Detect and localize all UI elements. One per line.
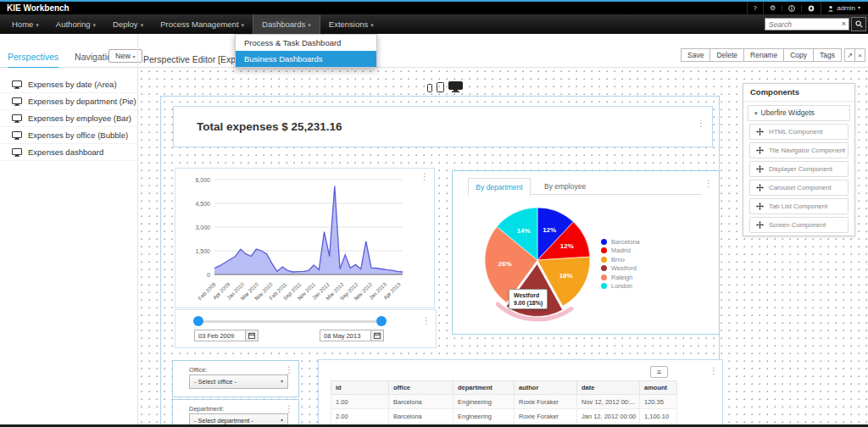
perspective-canvas: Total expenses $ 25,231.16 ⋮ 01,5003,000… <box>138 68 868 427</box>
date-from-input[interactable] <box>194 330 246 341</box>
date-slider-handle-start[interactable] <box>193 316 203 326</box>
legend-swatch <box>601 274 607 280</box>
menu-item-business-dashboards[interactable]: Business Dashboards <box>236 51 376 67</box>
user-menu[interactable]: admin ▾ <box>821 2 866 14</box>
search-area: × <box>765 17 866 31</box>
sidebar-item-expenses-by-office-bubble[interactable]: Expenses by office (Bubble) <box>0 127 137 144</box>
rename-button[interactable]: Rename <box>743 48 784 62</box>
pie-tab-by-department[interactable]: By department <box>468 178 531 197</box>
sidebar-item-expenses-by-employee-bar[interactable]: Expenses by employee (Bar) <box>0 110 137 127</box>
svg-text:0: 0 <box>207 272 210 278</box>
component-html-component[interactable]: HTML Component <box>749 124 849 140</box>
legend-item-westford: Westford <box>601 264 640 274</box>
phone-preview-icon[interactable] <box>427 84 432 92</box>
office-select[interactable]: - Select office - ▾ <box>189 374 288 389</box>
save-button[interactable]: Save <box>681 48 710 62</box>
component-tab-list-component[interactable]: Tab List Component <box>749 198 849 214</box>
nav-item-deploy[interactable]: Deploy▾ <box>104 14 152 34</box>
sidebar-item-expenses-by-department-pie[interactable]: Expenses by department (Pie) <box>0 93 137 110</box>
perspective-editor-title: Perspective Editor [Expen <box>143 54 246 64</box>
uberfire-widgets-group[interactable]: ▾Uberfire Widgets <box>748 105 850 121</box>
office-filter-label: Office: <box>189 366 208 374</box>
calendar-icon[interactable] <box>246 330 259 341</box>
chevron-down-icon: ▾ <box>133 54 136 59</box>
expenses-by-date-area-chart-card[interactable]: 01,5003,0004,5006,000Feb 2009Apr 2009Jan… <box>175 168 435 308</box>
components-panel-title: Components <box>743 84 854 102</box>
component-tile-navigator-component[interactable]: Tile Navigator Component <box>749 142 849 158</box>
area-chart: 01,5003,0004,5006,000Feb 2009Apr 2009Jan… <box>175 169 434 306</box>
table-row[interactable]: 1.00BarcelonaEngineeringRoxie ForakerNov… <box>331 395 677 409</box>
delete-button[interactable]: Delete <box>709 48 744 62</box>
component-carousel-component[interactable]: Carousel Component <box>749 180 849 196</box>
sidebar-item-expenses-by-date-area[interactable]: Expenses by date (Area) <box>0 76 137 93</box>
column-header-id[interactable]: id <box>331 381 389 395</box>
pie-legend: BarcelonaMadridBrnoWestfordRaleighLondon <box>601 237 640 291</box>
column-header-date[interactable]: date <box>577 381 640 395</box>
help-icon[interactable]: ? <box>747 2 763 14</box>
app-title: KIE Workbench <box>7 2 70 14</box>
legend-item-brno: Brno <box>601 255 640 264</box>
tab-perspectives[interactable]: Perspectives <box>8 52 58 69</box>
user-icon <box>827 5 834 12</box>
date-to-input[interactable] <box>320 330 371 341</box>
column-header-department[interactable]: department <box>453 381 515 395</box>
move-icon <box>756 165 764 173</box>
total-expenses-card[interactable]: Total expenses $ 25,231.16 ⋮ <box>173 106 713 147</box>
chevron-down-icon: ▾ <box>754 110 758 116</box>
copy-button[interactable]: Copy <box>783 48 814 62</box>
legend-swatch <box>601 257 607 263</box>
sidebar-item-expenses-dashboard[interactable]: Expenses dashboard <box>0 144 137 161</box>
move-icon <box>756 221 764 229</box>
tooltip-value: 9.00 (18%) <box>514 299 542 307</box>
kebab-menu-icon[interactable]: ⋮ <box>422 317 431 325</box>
move-icon <box>756 202 764 210</box>
expenses-table-card: ≡ ⋮ idofficedepartmentauthordateamount1.… <box>318 359 723 427</box>
legend-item-madrid: Madrid <box>601 247 640 256</box>
kebab-menu-icon[interactable]: ⋮ <box>285 366 293 374</box>
toolbar-divider <box>137 34 138 67</box>
column-header-author[interactable]: author <box>515 381 577 395</box>
expenses-table[interactable]: idofficedepartmentauthordateamount1.00Ba… <box>331 380 677 427</box>
table-row[interactable]: 2.00BarcelonaEngineeringRoxie ForakerJan… <box>331 409 677 424</box>
tooltip-title: Westford <box>514 291 542 299</box>
nav-item-process-management[interactable]: Process Management▾ <box>152 14 253 34</box>
apps-icon[interactable] <box>801 5 821 12</box>
search-input[interactable] <box>765 18 849 30</box>
desktop-preview-icon[interactable] <box>448 81 463 92</box>
column-header-office[interactable]: office <box>389 381 453 395</box>
kebab-menu-icon[interactable]: ⋮ <box>697 119 705 128</box>
legend-item-barcelona: Barcelona <box>601 237 640 247</box>
nav-item-home[interactable]: Home▾ <box>3 14 47 34</box>
main-nav-bar: Home▾Authoring▾Deploy▾Process Management… <box>0 14 868 34</box>
search-button[interactable] <box>851 17 866 31</box>
kie-workbench-screen: KIE Workbench ? ⚙ admin ▾ Home▾Authoring… <box>0 0 868 427</box>
component-screen-component[interactable]: Screen Component <box>749 217 849 233</box>
kebab-menu-icon[interactable]: ⋮ <box>709 367 718 375</box>
component-displayer-component[interactable]: Displayer Component <box>749 161 849 177</box>
monitor-icon <box>12 131 22 140</box>
clear-search-icon[interactable]: × <box>842 18 846 30</box>
kebab-menu-icon[interactable]: ⋮ <box>420 173 429 181</box>
close-icon[interactable]: × <box>854 48 865 62</box>
department-filter-card: Department: - Select department - ▾ ⋮ <box>172 399 299 427</box>
department-filter-label: Department: <box>189 405 224 413</box>
column-header-amount[interactable]: amount <box>640 381 677 395</box>
kebab-menu-icon[interactable]: ⋮ <box>285 405 293 413</box>
tags-button[interactable]: Tags <box>813 48 842 62</box>
office-filter-card: Office: - Select office - ▾ ⋮ <box>172 360 299 397</box>
date-slider-track[interactable] <box>197 320 387 323</box>
nav-item-dashboards[interactable]: Dashboards▾ <box>253 14 320 34</box>
about-icon[interactable] <box>782 5 801 12</box>
settings-gear-icon[interactable]: ⚙ <box>763 2 782 14</box>
nav-item-authoring[interactable]: Authoring▾ <box>47 14 104 34</box>
legend-swatch <box>601 239 607 245</box>
nav-item-extensions[interactable]: Extensions▾ <box>320 14 382 34</box>
svg-text:12%: 12% <box>560 242 574 250</box>
menu-item-process-task-dashboard[interactable]: Process & Task Dashboard <box>236 35 376 51</box>
table-view-list-icon[interactable]: ≡ <box>650 366 668 378</box>
editor-toolbar: PerspectivesNavigation New ▾ Perspective… <box>0 34 868 68</box>
date-slider-handle-end[interactable] <box>376 316 387 326</box>
calendar-icon[interactable] <box>371 330 384 341</box>
svg-text:26%: 26% <box>498 260 512 268</box>
tablet-preview-icon[interactable] <box>437 82 444 92</box>
